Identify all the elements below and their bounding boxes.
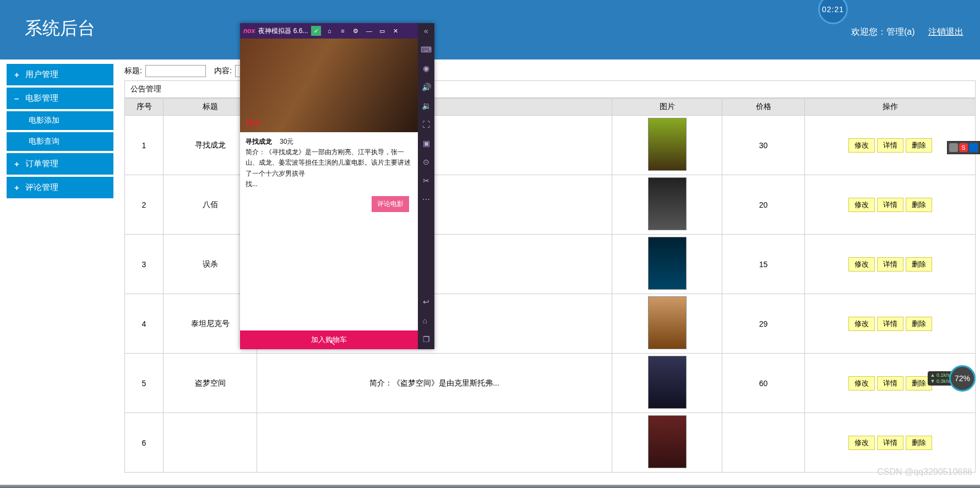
edit-button[interactable]: 修改: [848, 436, 875, 450]
cell-price: 20: [722, 175, 805, 235]
watermark: CSDN @qq3290510686: [877, 467, 972, 473]
cell-index: 4: [125, 294, 164, 354]
close-icon[interactable]: ✕: [390, 26, 400, 36]
ime-grid-icon: [949, 143, 958, 152]
home-nav-icon[interactable]: ⌂: [423, 316, 430, 325]
cell-ops: 修改详情删除: [805, 235, 976, 294]
sidebar-item-label: 订单管理: [25, 159, 58, 169]
col-image: 图片: [612, 99, 722, 116]
cursor-icon: ↖: [329, 338, 336, 347]
movie-info: 寻找成龙30元 简介：《寻找成龙》是一部由方刚亮、江平执导，张一山、成龙、姜宏波…: [240, 132, 418, 194]
header: 系统后台 02:21 欢迎您：管理(a) 注销退出: [0, 0, 980, 59]
keyboard-icon[interactable]: ⌨: [421, 45, 432, 54]
sidebar-item-label: 评论管理: [25, 182, 58, 193]
filter-title-input[interactable]: [145, 65, 206, 77]
detail-button[interactable]: 详情: [877, 198, 903, 212]
more-icon[interactable]: ⋯: [422, 195, 430, 204]
review-movie-button[interactable]: 评论电影: [372, 196, 409, 212]
cell-image: [612, 294, 722, 354]
emulator-titlebar[interactable]: nox 夜神模拟器 6.6... ✓ ⌂ ≡ ⚙ — ▭ ✕: [240, 23, 418, 39]
poster-image: [648, 237, 687, 290]
edit-button[interactable]: 修改: [848, 138, 875, 153]
cell-price: 30: [722, 116, 805, 175]
detail-button[interactable]: 详情: [877, 436, 903, 450]
poster-image: [648, 415, 687, 468]
cell-index: 2: [125, 175, 164, 235]
movie-price: 30元: [280, 138, 293, 145]
record-icon[interactable]: ⊙: [423, 158, 429, 166]
edit-button[interactable]: 修改: [848, 317, 875, 331]
edit-button[interactable]: 修改: [848, 376, 875, 391]
cell-price: 60: [722, 354, 805, 413]
check-icon[interactable]: ✓: [311, 26, 321, 36]
recents-icon[interactable]: ❐: [423, 335, 430, 344]
plus-icon: +: [14, 183, 21, 192]
cell-price: 29: [722, 294, 805, 354]
cell-image: [612, 175, 722, 235]
poster-image: [648, 177, 687, 230]
plus-icon: +: [14, 159, 21, 169]
logout-link[interactable]: 注销退出: [928, 27, 963, 36]
screenshot-icon[interactable]: ▣: [423, 139, 430, 148]
emulator-title: 夜神模拟器 6.6...: [258, 26, 308, 36]
table-row: 6修改详情删除: [125, 413, 976, 473]
add-to-cart-button[interactable]: 加入购物车 ↖: [240, 330, 418, 349]
emulator-window: nox 夜神模拟器 6.6... ✓ ⌂ ≡ ⚙ — ▭ ✕ the 寻找成龙3…: [240, 23, 434, 349]
cell-price: 15: [722, 235, 805, 294]
delete-button[interactable]: 删除: [906, 198, 932, 212]
delete-button[interactable]: 删除: [906, 436, 932, 450]
cell-image: [612, 116, 722, 175]
poster-image: [648, 296, 687, 349]
detail-button[interactable]: 详情: [877, 317, 903, 331]
detail-button[interactable]: 详情: [877, 257, 903, 272]
cell-image: [612, 235, 722, 294]
col-ops: 操作: [805, 99, 976, 116]
sidebar-sub-query-movie[interactable]: 电影查询: [7, 132, 113, 151]
back-icon[interactable]: ↩: [423, 297, 430, 306]
cell-index: 5: [125, 354, 164, 413]
cell-title: [164, 413, 257, 473]
hero-title-text: the: [246, 116, 260, 129]
sidebar-item-orders[interactable]: +订单管理: [7, 153, 113, 175]
detail-button[interactable]: 详情: [877, 138, 903, 153]
delete-button[interactable]: 删除: [906, 138, 932, 153]
cell-title: 盗梦空间: [164, 354, 257, 413]
sidebar-item-label: 用户管理: [25, 69, 58, 80]
perf-percent: 72%: [949, 365, 976, 392]
sidebar-sub-add-movie[interactable]: 电影添加: [7, 111, 113, 130]
delete-button[interactable]: 删除: [906, 257, 932, 272]
movie-more: 找...: [246, 179, 412, 189]
home-icon[interactable]: ⌂: [324, 26, 334, 36]
welcome-text: 欢迎您：管理(a): [851, 27, 915, 36]
cell-price: [722, 413, 805, 473]
filter-title-label: 标题:: [124, 66, 142, 75]
collapse-icon[interactable]: «: [424, 26, 428, 35]
gear-icon[interactable]: ⚙: [351, 26, 361, 36]
sidebar-item-movies[interactable]: –电影管理: [7, 88, 113, 109]
movie-hero-image: the: [240, 39, 418, 132]
cell-image: [612, 354, 722, 413]
menu-icon[interactable]: ≡: [337, 26, 347, 36]
volume-down-icon[interactable]: 🔉: [422, 101, 431, 110]
delete-button[interactable]: 删除: [906, 317, 932, 331]
sidebar-item-users[interactable]: +用户管理: [7, 64, 113, 85]
detail-button[interactable]: 详情: [877, 376, 903, 391]
ime-s-icon: S: [959, 143, 968, 152]
movie-title: 寻找成龙: [246, 138, 272, 145]
scissors-icon[interactable]: ✂: [423, 176, 429, 185]
fullscreen-icon[interactable]: ⛶: [422, 120, 430, 129]
edit-button[interactable]: 修改: [848, 198, 875, 212]
cell-index: 6: [125, 413, 164, 473]
sidebar: +用户管理 –电影管理 电影添加 电影查询 +订单管理 +评论管理: [0, 59, 120, 473]
cell-ops: 修改详情删除: [805, 294, 976, 354]
maximize-icon[interactable]: ▭: [377, 26, 387, 36]
cell-index: 3: [125, 235, 164, 294]
edit-button[interactable]: 修改: [848, 257, 875, 272]
poster-image: [648, 118, 687, 171]
sidebar-item-comments[interactable]: +评论管理: [7, 177, 113, 198]
performance-widget[interactable]: ▲ 0.1k/s▼ 0.3k/s 72%: [928, 365, 976, 392]
minimize-icon[interactable]: —: [364, 26, 374, 36]
location-icon[interactable]: ◉: [423, 64, 429, 73]
volume-up-icon[interactable]: 🔊: [422, 83, 431, 91]
ime-floater[interactable]: S: [947, 141, 980, 154]
